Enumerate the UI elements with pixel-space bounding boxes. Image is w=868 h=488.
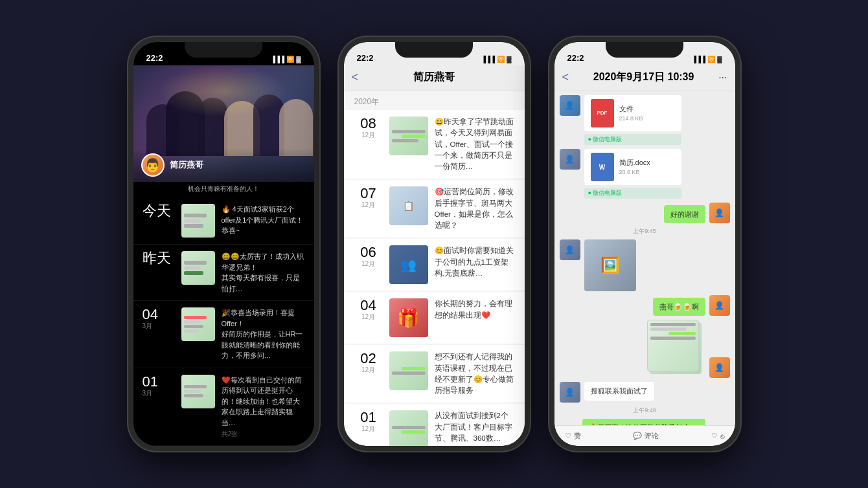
wechat-nav-header: < 简历燕哥	[344, 65, 525, 91]
back-button-3[interactable]: <	[562, 71, 569, 84]
chat-title: 2020年9月17日 10:39	[593, 71, 694, 84]
toolbar-like[interactable]: ♡ 赞	[565, 431, 581, 441]
chat-msg-long: 🔥很厉害！这位同学前阵子加上我，问我没有相关的经历和项目是否能进大厂？我给他分析…	[554, 417, 735, 425]
share-icon[interactable]: ⎋	[720, 432, 725, 440]
feed-text-3: 🎉恭喜当场录用！喜提Offer！好简历的作用是，让HR一眼就能清晰的看到你的能力…	[222, 307, 305, 361]
time-2: 22:2	[357, 53, 374, 63]
article-month-label-4: 12月	[354, 313, 383, 322]
feed-date: 今天	[143, 204, 175, 218]
toolbar-right-icons: ♡ ⎋	[711, 432, 725, 440]
bubble-thanks[interactable]: 好的谢谢	[664, 205, 705, 224]
chat-toolbar: ♡ 赞 💬 评论 ♡ ⎋	[554, 425, 735, 446]
article-thumb-1	[389, 116, 428, 155]
chat-header: < 2020年9月17日 10:39 ···	[554, 65, 735, 91]
feed-date-4: 01	[143, 375, 175, 389]
stage-light	[159, 65, 288, 117]
feed-item-today[interactable]: 今天 🔥 4天面试3家斩获2个offer及1个腾讯大厂面试！恭喜~	[133, 197, 314, 245]
feed-item-yesterday[interactable]: 昨天 😄😄太厉害了！成功入职华逻兄弟！其实每天都有报喜，只是怕打…	[133, 245, 314, 301]
profile-name: 简历燕哥	[170, 159, 203, 171]
article-month-num: 08	[354, 116, 383, 131]
article-item-0412[interactable]: 04 12月 🎁 你长期的努力，会有理想的结果出现❤️	[344, 292, 525, 344]
docx-bubble[interactable]: W 简历.docx 20.6 KB	[584, 149, 681, 185]
feed-month-4: 3月	[143, 389, 175, 398]
feed-thumb-3	[181, 307, 215, 341]
article-month-label-3: 12月	[354, 260, 383, 269]
chat-msg-thanks: 好的谢谢 👤	[554, 201, 735, 225]
notch-3	[606, 42, 683, 58]
article-item-0712[interactable]: 07 12月 📋 🎯运营岗位简历，修改后手握字节、斑马两大Offer，如果是你，…	[344, 180, 525, 238]
feed-item-0103[interactable]: 01 3月 ❤️每次看到自己交付的简历得到认可还是挺开心的！继续加油！也希望大家…	[133, 368, 314, 447]
bubble-beer[interactable]: 燕哥🍺🍺啊	[653, 298, 705, 316]
status-icons-3: ▐▐▐ 🛜 ▓	[692, 56, 722, 63]
pdf-filename: 文件	[619, 104, 675, 115]
pdf-icon: PDF	[591, 99, 614, 128]
feed-thumb-1	[181, 204, 215, 238]
wifi-icon-2: 🛜	[497, 56, 505, 63]
heart-outline-icon[interactable]: ♡	[711, 432, 718, 440]
chat-msg-beer: 燕哥🍺🍺啊 👤	[554, 294, 735, 317]
wifi-icon-3: 🛜	[707, 56, 715, 63]
signal-icon-2: ▐▐▐	[481, 56, 495, 63]
comment-icon: 💬	[633, 432, 642, 440]
wechat-tag-2: ● 微信电脑版	[584, 188, 681, 199]
articles-list: 08 12月 😄昨天拿了字节跳动面试，今天又得到网易面试，Offer、面试一个接…	[344, 110, 525, 446]
bubble-sohu[interactable]: 搜狐联系我面试了	[584, 382, 654, 401]
more-button[interactable]: ···	[718, 72, 727, 83]
my-avatar-3: 👤	[709, 357, 730, 378]
hero-section: 👨 简历燕哥	[133, 65, 314, 182]
profile-avatar: 👨	[141, 153, 165, 177]
toolbar-comment[interactable]: 💬 评论	[633, 431, 659, 441]
like-label: 赞	[574, 431, 581, 441]
profile-tagline: 机会只青睐有准备的人！	[133, 182, 314, 197]
time-1: 22:2	[146, 53, 163, 63]
article-thumb-2: 📋	[389, 186, 428, 225]
article-thumb-5	[389, 351, 428, 390]
article-month-num-3: 06	[354, 245, 383, 260]
signal-icon: ▐▐▐	[271, 56, 284, 63]
chat-time-1: 上午9:45	[554, 226, 735, 237]
my-avatar-1: 👤	[709, 203, 730, 223]
article-month-label: 12月	[354, 131, 383, 140]
feed-date-3: 04	[143, 307, 175, 322]
chat-msg-sohu: 👤 搜狐联系我面试了	[554, 381, 735, 404]
feed-month-3: 3月	[143, 322, 175, 331]
chat-body: 👤 PDF 文件 214.8 KB ● 微信电脑版 👤	[554, 91, 735, 425]
back-button-2[interactable]: <	[352, 71, 359, 84]
wechat-tag-1: ● 微信电脑版	[584, 134, 681, 145]
pdf-bubble[interactable]: PDF 文件 214.8 KB	[584, 95, 681, 131]
feed-thumb-4	[181, 375, 215, 408]
sender-avatar-1: 👤	[560, 95, 580, 116]
image-bubble-1[interactable]: 🖼️	[584, 239, 636, 291]
status-icons-1: ▐▐▐ 🛜 ▓	[271, 56, 301, 63]
article-month-num-2: 07	[354, 186, 383, 201]
sender-avatar-3: 👤	[560, 239, 580, 260]
article-text-6: 从没有面试到接到2个大厂面试！客户目标字节、腾讯、360数…	[435, 410, 514, 444]
page-title-2: 简历燕哥	[413, 71, 455, 84]
article-text-4: 你长期的努力，会有理想的结果出现❤️	[435, 298, 514, 321]
chat-msg-screenshot-stack: 👤	[554, 318, 735, 379]
article-month-label-6: 12月	[354, 425, 383, 434]
sender-avatar-4: 👤	[560, 382, 580, 403]
article-item-0112a[interactable]: 01 12月 从没有面试到接到2个大厂面试！客户目标字节、腾讯、360数…	[344, 404, 525, 446]
article-item-0812[interactable]: 08 12月 😄昨天拿了字节跳动面试，今天又得到网易面试，Offer、面试一个接…	[344, 110, 525, 179]
notch-2	[395, 42, 473, 58]
bubble-long[interactable]: 🔥很厉害！这位同学前阵子加上我，问我没有相关的经历和项目是否能进大厂？我给他分析…	[582, 419, 705, 425]
article-month-num-4: 04	[354, 298, 383, 313]
file-info-pdf: 文件 214.8 KB	[619, 104, 675, 123]
profile-overlay: 👨 简历燕哥	[133, 148, 314, 182]
file-info-docx: 简历.docx 20.6 KB	[619, 157, 675, 177]
battery-icon-3: ▓	[717, 56, 722, 63]
article-month-num-6: 01	[354, 410, 383, 425]
article-thumb-6	[389, 410, 428, 446]
docx-filename: 简历.docx	[619, 157, 675, 168]
screenshot-stack[interactable]	[647, 320, 705, 378]
article-item-0612[interactable]: 06 12月 👥 😊面试时你需要知道关于公司的九点1工资架构,无责底薪…	[344, 239, 525, 291]
article-thumb-3: 👥	[389, 245, 428, 284]
feed-count: 共2张	[222, 429, 305, 439]
feed-item-0403[interactable]: 04 3月 🎉恭喜当场录用！喜提Offer！好简历的作用是，让HR一眼就能清晰的…	[133, 301, 314, 368]
article-item-0212[interactable]: 02 12月 想不到还有人记得我的英语课程，不过现在已经不更新了😊专心做简历指导…	[344, 345, 525, 403]
article-month-label-2: 12月	[354, 201, 383, 210]
feed-text-2: 😄😄太厉害了！成功入职华逻兄弟！其实每天都有报喜，只是怕打…	[222, 251, 305, 294]
chat-msg-docx: 👤 W 简历.docx 20.6 KB ● 微信电脑版	[554, 148, 735, 200]
chat-msg-image: 👤 🖼️	[554, 238, 735, 293]
